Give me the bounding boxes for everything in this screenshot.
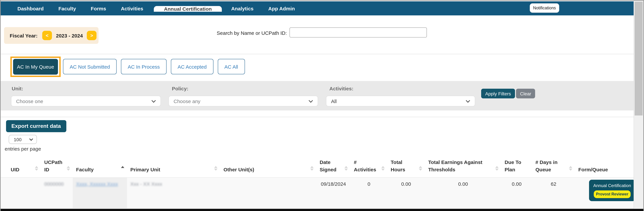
app-window: Dashboard Faculty Forms Activities Annua… [0, 0, 644, 211]
activities-select[interactable]: All [326, 96, 475, 106]
column-header-form-queue: Form/Queue [575, 159, 634, 177]
nav-tab-label: Annual Certification [164, 6, 212, 12]
status-tab-row: AC Not Submitted AC In Process AC Accept… [63, 59, 245, 74]
sort-icon[interactable] [419, 166, 422, 171]
tab-ac-accepted[interactable]: AC Accepted [171, 59, 213, 74]
fiscal-year-prev-button[interactable]: < [42, 31, 52, 40]
sort-icon[interactable] [381, 166, 385, 171]
table-row: 0000000 Xxxx, Xxxxxx Xxxx Xxx - XX Xxxx … [1, 177, 634, 208]
sort-icon[interactable] [35, 166, 38, 171]
redacted-faculty-link[interactable]: Xxxx, Xxxxxx Xxxx [76, 181, 118, 187]
sort-icon[interactable] [214, 166, 218, 171]
column-header-other-units[interactable]: Other Unit(s) [220, 159, 316, 177]
results-table: UID UCPath ID Faculty Primary Unit Other… [1, 159, 634, 208]
cell-ucpath-id: 0000000 [41, 177, 73, 208]
fiscal-year-label: Fiscal Year: [10, 33, 38, 38]
filters-panel: Unit: Choose one Policy: Choose any Acti… [1, 81, 634, 110]
nav-tab-annual-certification[interactable]: Annual Certification [154, 6, 222, 12]
column-header-primary-unit[interactable]: Primary Unit [127, 159, 220, 177]
export-current-data-button[interactable]: Export current data [6, 120, 66, 132]
search-label: Search by Name or UCPath ID: [216, 30, 287, 36]
tab-ac-in-process[interactable]: AC In Process [121, 59, 166, 74]
page-size-select[interactable]: 100 [9, 135, 37, 144]
cell-total-hours: 0.00 [387, 177, 425, 208]
cell-num-activities: 0 [350, 177, 387, 208]
tab-ac-not-submitted[interactable]: AC Not Submitted [63, 59, 116, 74]
cell-date-signed: 09/18/2024 [316, 177, 350, 208]
sort-icon[interactable] [569, 166, 572, 171]
active-tab-highlight: AC In My Queue [10, 56, 61, 77]
fiscal-year-value: 2023 - 2024 [56, 33, 83, 38]
cell-days-in-queue: 62 [532, 177, 575, 208]
cell-other-units [220, 177, 316, 208]
column-header-faculty[interactable]: Faculty [73, 159, 127, 177]
column-header-total-hours[interactable]: Total Hours [387, 159, 425, 177]
cell-faculty: Xxxx, Xxxxxx Xxxx [73, 177, 127, 208]
policy-select-value: Choose any [174, 98, 200, 104]
cell-uid [1, 177, 41, 208]
nav-item-faculty[interactable]: Faculty [58, 5, 76, 11]
nav-item-app-admin[interactable]: App Admin [268, 5, 295, 11]
cell-total-earnings: 0.00 [425, 177, 501, 208]
column-header-days-in-queue[interactable]: # Days in Queue [532, 159, 575, 177]
divider [1, 117, 634, 117]
nav-item-activities[interactable]: Activities [121, 5, 143, 11]
form-queue-button[interactable]: Annual Certification Provost Reviewer [589, 180, 635, 201]
tab-ac-all[interactable]: AC All [218, 59, 245, 74]
divider [1, 54, 634, 54]
fiscal-year-selector: Fiscal Year: < 2023 - 2024 > [4, 27, 98, 44]
column-header-num-activities[interactable]: # Activities [350, 159, 387, 177]
form-queue-button-label: Annual Certification [593, 183, 631, 188]
nav-item-dashboard[interactable]: Dashboard [18, 5, 44, 11]
apply-filters-button[interactable]: Apply Filters [481, 89, 515, 98]
search-input[interactable] [290, 27, 427, 37]
entries-per-page-caption: entries per page [5, 146, 41, 152]
cell-primary-unit: Xxx - XX Xxxx [127, 177, 220, 208]
unit-select-value: Choose one [16, 98, 43, 104]
column-header-ucpath-id[interactable]: UCPath ID [41, 159, 73, 177]
sort-asc-icon[interactable] [121, 166, 124, 171]
nav-item-forms[interactable]: Forms [91, 5, 106, 11]
scrollbar-thumb[interactable] [634, 2, 643, 115]
tab-ac-in-my-queue[interactable]: AC In My Queue [13, 59, 58, 75]
sort-icon[interactable] [495, 166, 498, 171]
column-header-total-earnings[interactable]: Total Earnings Against Thresholds [425, 159, 501, 177]
unit-filter-label: Unit: [12, 86, 23, 91]
fiscal-year-next-button[interactable]: > [87, 31, 96, 40]
sort-icon[interactable] [310, 166, 314, 171]
sort-icon[interactable] [67, 166, 70, 171]
nav-item-analytics[interactable]: Analytics [231, 5, 254, 11]
clear-filters-button[interactable]: Clear [516, 89, 535, 98]
activities-select-value: All [331, 98, 336, 104]
policy-select[interactable]: Choose any [168, 96, 318, 106]
notifications-button[interactable]: Notifications [530, 3, 559, 13]
activities-filter-label: Activities: [329, 86, 353, 91]
table-header-row: UID UCPath ID Faculty Primary Unit Other… [1, 159, 634, 177]
redacted-ucpath-id: 0000000 [44, 181, 64, 187]
vertical-scrollbar[interactable] [634, 1, 643, 209]
window-bottom-edge [1, 209, 643, 211]
cell-form-queue: Annual Certification Provost Reviewer [575, 177, 634, 208]
cell-due-to-plan: 0.00 [501, 177, 532, 208]
column-header-uid[interactable]: UID [1, 159, 41, 177]
unit-select[interactable]: Choose one [11, 96, 161, 106]
column-header-date-signed[interactable]: Date Signed [316, 159, 350, 177]
page-size-value: 100 [14, 137, 22, 142]
sort-icon[interactable] [344, 166, 348, 171]
column-header-due-to-plan[interactable]: Due To Plan [501, 159, 532, 177]
nav-items: Dashboard Faculty Forms Activities Annua… [1, 1, 310, 15]
provost-reviewer-badge: Provost Reviewer [594, 191, 630, 198]
redacted-primary-unit: Xxx - XX Xxxx [130, 181, 162, 187]
policy-filter-label: Policy: [172, 86, 188, 91]
